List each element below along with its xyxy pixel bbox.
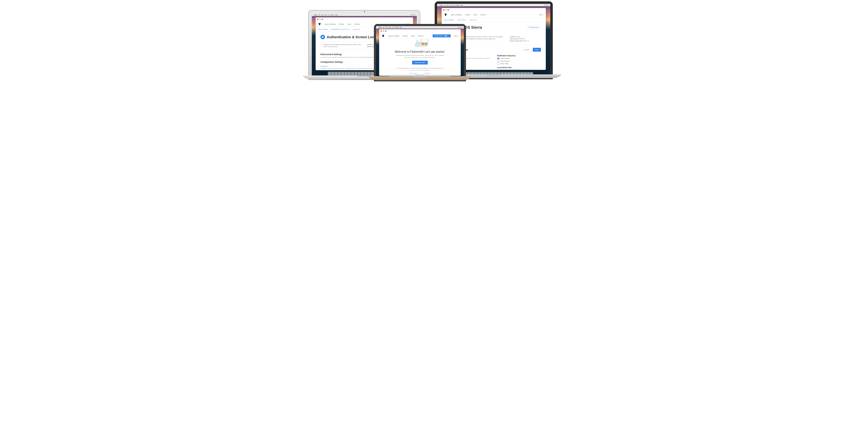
save-button[interactable]: Save	[533, 48, 541, 52]
camera-dot	[493, 2, 494, 3]
user-menu[interactable]: John	[539, 14, 544, 16]
close-icon[interactable]	[443, 9, 444, 10]
macos-menubar: Finder File Edit View Go Window Help Tue…	[376, 26, 464, 29]
maximize-icon[interactable]	[321, 19, 323, 20]
localtime-title: Local device time	[497, 66, 541, 68]
page-title: macOS Sierra	[457, 25, 524, 30]
menubar-item[interactable]: Window	[330, 14, 334, 16]
menubar-item[interactable]: Edit	[385, 27, 387, 28]
device-macbook: Finder File Edit View Go Window Help Tue…	[374, 24, 466, 81]
window-traffic-lights[interactable]	[316, 18, 413, 21]
nav-apps-settings[interactable]: Apps & Settings	[388, 35, 399, 37]
nav-apps-settings[interactable]: Apps & Settings	[324, 23, 336, 25]
fleetsmith-logo-icon[interactable]	[318, 22, 321, 26]
fleetsmith-logo-icon[interactable]	[444, 13, 447, 17]
user-name: John	[454, 35, 457, 37]
minimize-icon[interactable]	[319, 19, 321, 20]
cancel-button[interactable]: Cancel	[522, 48, 531, 52]
menubar-app[interactable]: Finder	[314, 14, 317, 16]
menubar-item[interactable]: Go	[453, 4, 455, 6]
device-label: MacBook	[415, 74, 425, 76]
latest-version-value: 10.12.5	[519, 38, 525, 39]
menubar-item[interactable]: File	[383, 27, 384, 28]
breadcrumb-item[interactable]: Engineering	[469, 19, 477, 21]
minimize-icon[interactable]	[383, 30, 384, 32]
chevron-down-icon	[543, 14, 544, 16]
svg-point-4	[414, 46, 428, 47]
freq-radio-48h[interactable]: every 48 hours	[497, 60, 541, 62]
menubar-item[interactable]: Help	[461, 4, 463, 6]
macos-menubar: Finder File Edit View Go Window Help Tue…	[312, 13, 417, 16]
nav-users[interactable]: Users	[411, 35, 415, 37]
menubar-item[interactable]: Window	[395, 27, 398, 28]
menubar-item[interactable]: Go	[392, 27, 394, 28]
window-traffic-lights[interactable]	[442, 8, 546, 12]
nav-users[interactable]: Users	[473, 14, 477, 16]
welcome-title: Welcome to Fleetsmith! Let's get started…	[395, 50, 445, 53]
maximize-icon[interactable]	[447, 9, 449, 10]
nav-devices[interactable]: Devices	[354, 23, 360, 25]
menubar-item[interactable]: Edit	[321, 14, 323, 16]
nav-apps-settings[interactable]: Apps & Settings	[451, 14, 462, 16]
breadcrumb-item[interactable]: Engineering	[352, 29, 360, 30]
device-label: MacBook Air	[358, 73, 371, 75]
nav-users[interactable]: Users	[347, 23, 351, 25]
user-name: John	[539, 14, 542, 16]
radio-input[interactable]	[497, 62, 499, 65]
menubar-item[interactable]: File	[318, 14, 320, 16]
menubar-item[interactable]: Window	[456, 4, 460, 6]
radio-input[interactable]	[497, 60, 499, 62]
publisher-link[interactable]: Apple	[516, 36, 520, 37]
close-icon[interactable]	[380, 30, 382, 32]
menubar-clock: Tue 01:27	[458, 27, 463, 28]
nav-profiles[interactable]: Profiles	[465, 14, 470, 16]
welcome-text-2: The Fleetsmith Agent is a menu bar app t…	[396, 67, 444, 70]
window-traffic-lights[interactable]	[379, 29, 461, 33]
unmanage-app-button[interactable]: Unmanage app	[526, 25, 541, 29]
maximize-icon[interactable]	[385, 30, 386, 32]
key-icon	[320, 35, 325, 39]
menubar-item[interactable]: View	[389, 27, 391, 28]
user-menu[interactable]: John	[454, 35, 459, 37]
breadcrumb-item[interactable]: Apps & Settings	[444, 19, 454, 21]
radio-input[interactable]	[497, 57, 499, 60]
menubar-item[interactable]: Help	[335, 14, 338, 16]
camera-dot	[420, 25, 421, 26]
svg-rect-3	[425, 43, 427, 45]
feedback-link[interactable]: Feedback	[424, 73, 430, 74]
breadcrumb: Apps & Settings macOS Sierra Engineering	[442, 18, 546, 22]
camera-dot	[364, 11, 365, 12]
menubar-item[interactable]: Go	[328, 14, 329, 16]
app-description: Configure security settings for password…	[323, 44, 362, 48]
menubar-item[interactable]: File	[444, 4, 445, 6]
nav-profiles[interactable]: Profiles	[402, 35, 408, 37]
localtime-select[interactable]: 12 noon	[497, 69, 522, 70]
menubar-item[interactable]: Help	[399, 27, 402, 28]
menubar-app[interactable]: Finder	[378, 27, 381, 28]
close-icon[interactable]	[317, 19, 318, 20]
macos-desktop: Finder File Edit View Go Window Help Tue…	[376, 26, 464, 79]
minimize-icon[interactable]	[445, 9, 447, 10]
nav-profiles[interactable]: Profiles	[339, 23, 344, 25]
menubar-item[interactable]: Edit	[446, 4, 448, 6]
fleetsmith-logo-icon[interactable]	[381, 34, 385, 38]
freq-radio-24h[interactable]: every 24 hours	[497, 57, 541, 60]
macos-menubar: Finder File Edit View Go Window Help Tue…	[437, 4, 550, 6]
menubar-app[interactable]: Finder	[439, 4, 443, 6]
menubar-clock: Tue 01:27	[544, 4, 549, 6]
nav-devices[interactable]: Devices	[480, 14, 486, 16]
download-agent-button[interactable]: Download Agent	[412, 61, 428, 64]
menubar-clock: Tue 01:27	[411, 14, 416, 16]
svg-rect-2	[422, 43, 424, 45]
svg-rect-1	[422, 39, 427, 42]
nav-devices[interactable]: Devices	[418, 35, 424, 37]
menubar-item[interactable]: View	[450, 4, 452, 6]
breadcrumb-item[interactable]: Apps & Settings	[318, 29, 328, 30]
breadcrumb-item[interactable]: macOS Sierra	[457, 19, 466, 21]
breadcrumb-item[interactable]: Authentication & Screen Lock	[331, 29, 349, 30]
menubar-item[interactable]: View	[324, 14, 327, 16]
app-version: 10.12.5	[457, 30, 524, 32]
freq-radio-7d[interactable]: every 7 days	[497, 62, 541, 65]
getting-started-button[interactable]: Getting started 0/5 ▾	[433, 34, 451, 37]
page-title: Authentication & Screen Lock	[327, 35, 376, 39]
